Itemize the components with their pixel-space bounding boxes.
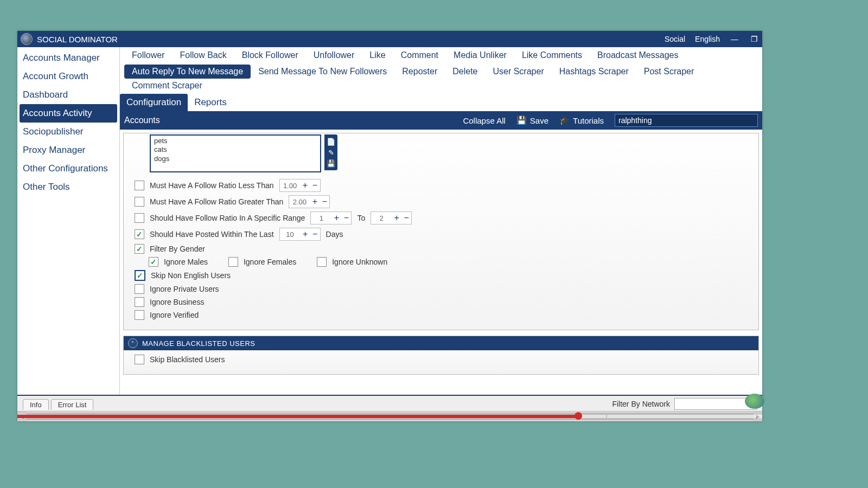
footer-tab-error-list[interactable]: Error List bbox=[51, 399, 94, 410]
minus-icon[interactable]: − bbox=[310, 228, 320, 240]
ignore-private-checkbox[interactable] bbox=[135, 284, 144, 294]
sidebar-item-sociopublisher[interactable]: Sociopublisher bbox=[17, 123, 119, 141]
ignore-females-checkbox[interactable] bbox=[228, 257, 238, 267]
save-button[interactable]: 💾 Save bbox=[516, 115, 548, 125]
subtab-reports[interactable]: Reports bbox=[188, 94, 233, 111]
ratio-range-checkbox[interactable] bbox=[135, 213, 144, 223]
plus-icon[interactable]: + bbox=[331, 212, 341, 224]
blacklist-panel-header[interactable]: ˄ MANAGE BLACKLISTED USERS bbox=[124, 336, 758, 350]
save-label: Save bbox=[530, 116, 548, 125]
content-scroll[interactable]: 📄 ✎ 💾 Must Have A Follow Ratio Less Than… bbox=[120, 130, 762, 395]
tab-comment-scraper[interactable]: Comment Scraper bbox=[124, 79, 210, 93]
posted-last-value[interactable] bbox=[280, 228, 301, 240]
tab-auto-reply[interactable]: Auto Reply To New Message bbox=[124, 65, 251, 79]
ratio-greater-stepper[interactable]: + − bbox=[289, 195, 330, 208]
ratio-greater-checkbox[interactable] bbox=[135, 197, 144, 207]
accounts-search-input[interactable] bbox=[615, 114, 758, 127]
sidebar-item-label: Dashboard bbox=[23, 89, 68, 100]
minus-icon[interactable]: − bbox=[401, 212, 411, 224]
ignore-unknown-checkbox[interactable] bbox=[317, 257, 327, 267]
tab-user-scraper[interactable]: User Scraper bbox=[485, 65, 551, 79]
sidebar-item-other-configurations[interactable]: Other Configurations bbox=[17, 159, 119, 178]
video-played-segment bbox=[17, 415, 578, 418]
footer-tab-info[interactable]: Info bbox=[23, 399, 49, 410]
ratio-range-to-value[interactable] bbox=[371, 212, 392, 224]
ratio-less-value[interactable] bbox=[280, 179, 301, 191]
minus-icon[interactable]: − bbox=[320, 196, 329, 208]
subtab-configuration[interactable]: Configuration bbox=[120, 94, 188, 111]
ignore-females-label: Ignore Females bbox=[244, 258, 296, 266]
tab-comment[interactable]: Comment bbox=[393, 48, 446, 62]
ratio-less-stepper[interactable]: + − bbox=[279, 179, 321, 192]
collapse-all-button[interactable]: Collapse All bbox=[463, 116, 505, 125]
sidebar-item-accounts-activity[interactable]: Accounts Activity bbox=[20, 104, 117, 123]
sidebar-item-proxy-manager[interactable]: Proxy Manager bbox=[17, 141, 119, 159]
ratio-less-checkbox[interactable] bbox=[135, 181, 144, 190]
tab-delete[interactable]: Delete bbox=[445, 65, 485, 79]
sidebar-item-label: Proxy Manager bbox=[23, 145, 85, 155]
keywords-input[interactable] bbox=[150, 134, 321, 172]
title-bar-right: Social English — ❐ bbox=[665, 31, 759, 47]
tutorials-icon: 🎓 bbox=[559, 115, 570, 125]
tab-send-message-new-followers[interactable]: Send Message To New Followers bbox=[251, 65, 394, 79]
posted-last-label: Should Have Posted Within The Last bbox=[150, 230, 274, 239]
tutorials-button[interactable]: 🎓 Tutorials bbox=[559, 115, 604, 125]
sidebar-item-label: Other Tools bbox=[23, 182, 70, 192]
tab-hashtags-scraper[interactable]: Hashtags Scraper bbox=[552, 65, 636, 79]
accounts-title: Accounts bbox=[124, 115, 160, 125]
ratio-range-to-stepper[interactable]: + − bbox=[371, 211, 412, 224]
ignore-males-checkbox[interactable] bbox=[149, 257, 158, 267]
subtabs-row: Configuration Reports bbox=[120, 94, 762, 111]
import-file-icon[interactable]: 📄 bbox=[326, 137, 336, 146]
ignore-males-label: Ignore Males bbox=[164, 258, 208, 266]
tab-media-unliker[interactable]: Media Unliker bbox=[446, 48, 514, 62]
sidebar-item-accounts-manager[interactable]: Accounts Manager bbox=[17, 49, 119, 67]
plus-icon[interactable]: + bbox=[310, 196, 320, 208]
filters-panel: 📄 ✎ 💾 Must Have A Follow Ratio Less Than… bbox=[123, 133, 759, 330]
plus-icon[interactable]: + bbox=[301, 228, 310, 240]
posted-last-stepper[interactable]: + − bbox=[279, 228, 321, 241]
save-disk-icon[interactable]: 💾 bbox=[326, 158, 336, 168]
plus-icon[interactable]: + bbox=[392, 212, 401, 224]
tab-post-scraper[interactable]: Post Scraper bbox=[636, 65, 701, 79]
skip-non-english-checkbox[interactable] bbox=[135, 270, 145, 281]
tabs-row-2: Auto Reply To New Message Send Message T… bbox=[120, 63, 762, 94]
filter-gender-checkbox[interactable] bbox=[135, 244, 144, 254]
minus-icon[interactable]: − bbox=[341, 212, 351, 224]
days-label: Days bbox=[326, 230, 343, 239]
sidebar-item-account-growth[interactable]: Account Growth bbox=[17, 67, 119, 86]
tab-follow-back[interactable]: Follow Back bbox=[172, 48, 234, 62]
video-playhead-icon[interactable] bbox=[575, 412, 582, 420]
plus-icon[interactable]: + bbox=[301, 179, 310, 191]
minus-icon[interactable]: − bbox=[310, 179, 320, 191]
chat-assistant-icon[interactable] bbox=[745, 394, 764, 409]
to-label: To bbox=[357, 214, 365, 222]
sidebar-item-label: Sociopublisher bbox=[23, 126, 84, 137]
ignore-business-checkbox[interactable] bbox=[135, 297, 144, 307]
ratio-range-from-stepper[interactable]: + − bbox=[310, 211, 352, 224]
chevron-up-icon[interactable]: ˄ bbox=[128, 338, 138, 348]
skip-blacklisted-checkbox[interactable] bbox=[135, 355, 144, 364]
video-progress-bar[interactable] bbox=[17, 415, 762, 418]
ignore-verified-label: Ignore Verified bbox=[150, 311, 199, 319]
posted-last-checkbox[interactable] bbox=[135, 229, 144, 239]
sidebar-item-other-tools[interactable]: Other Tools bbox=[17, 178, 119, 196]
tab-block-follower[interactable]: Block Follower bbox=[234, 48, 306, 62]
tab-broadcast-messages[interactable]: Broadcast Messages bbox=[590, 48, 686, 62]
ratio-range-from-value[interactable] bbox=[311, 212, 331, 224]
ignore-private-label: Ignore Private Users bbox=[150, 285, 219, 293]
minimize-button[interactable]: — bbox=[730, 35, 739, 43]
tab-follower[interactable]: Follower bbox=[124, 48, 172, 62]
tab-reposter[interactable]: Reposter bbox=[394, 65, 445, 79]
social-label[interactable]: Social bbox=[665, 35, 685, 43]
ignore-verified-checkbox[interactable] bbox=[135, 310, 144, 320]
maximize-button[interactable]: ❐ bbox=[749, 35, 759, 43]
tab-like[interactable]: Like bbox=[362, 48, 393, 62]
language-label[interactable]: English bbox=[695, 35, 720, 43]
ratio-greater-value[interactable] bbox=[289, 196, 310, 208]
clear-icon[interactable]: ✎ bbox=[326, 147, 336, 157]
tab-like-comments[interactable]: Like Comments bbox=[514, 48, 590, 62]
sidebar-item-dashboard[interactable]: Dashboard bbox=[17, 86, 119, 104]
tab-unfollower[interactable]: Unfollower bbox=[306, 48, 362, 62]
main-area: Follower Follow Back Block Follower Unfo… bbox=[120, 47, 762, 395]
